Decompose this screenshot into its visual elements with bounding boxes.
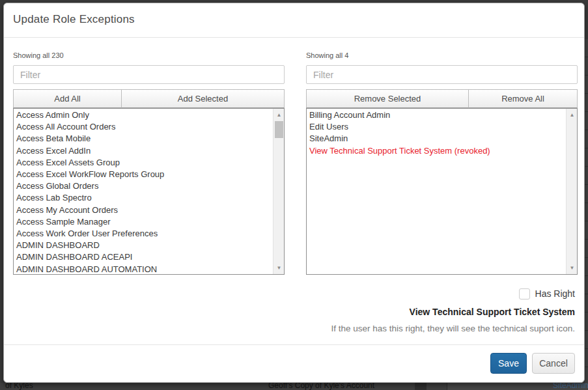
list-item[interactable]: ADMIN DASHBOARD: [14, 240, 273, 251]
list-item[interactable]: Access Work Order User Preferences: [14, 228, 273, 240]
list-item[interactable]: Access My Account Orders: [14, 204, 273, 216]
background-text-left: of Kyles: [5, 383, 33, 390]
assigned-roles-list[interactable]: Billing Account AdminEdit UsersSiteAdmin…: [306, 108, 578, 275]
selected-right-description: If the user has this right, they will se…: [331, 324, 575, 333]
dialog-header: Update Role Exceptions: [4, 3, 584, 38]
scroll-down-icon[interactable]: ▼: [273, 263, 285, 273]
has-right-label: Has Right: [535, 288, 575, 299]
background-divider: [415, 383, 427, 390]
assigned-actions: Remove Selected Remove All: [306, 89, 578, 108]
add-selected-button[interactable]: Add Selected: [122, 89, 285, 108]
list-item[interactable]: Access All Account Orders: [14, 121, 273, 133]
has-right-checkbox[interactable]: [519, 288, 530, 299]
available-actions: Add All Add Selected: [13, 89, 285, 108]
background-page-strip: of Kyles Geoff's Copy of Kyle's Account …: [0, 383, 588, 390]
list-item[interactable]: Edit Users: [307, 121, 566, 133]
update-role-exceptions-dialog: Update Role Exceptions Showing all 230 A…: [3, 3, 585, 383]
remove-selected-button[interactable]: Remove Selected: [306, 89, 469, 108]
assigned-list-scrollbar[interactable]: ▲ ▼: [566, 109, 577, 274]
selected-right-name: View Technical Support Ticket System: [410, 307, 575, 317]
available-roles-list[interactable]: Access Admin OnlyAccess All Account Orde…: [13, 108, 285, 275]
dialog-title: Update Role Exceptions: [13, 13, 135, 26]
list-item[interactable]: Access Sample Manager: [14, 216, 273, 228]
background-table-cell: SiteAdmin: [447, 383, 588, 390]
list-item[interactable]: Access Excel AddIn: [14, 145, 273, 157]
has-right-row: Has Right: [519, 288, 575, 299]
list-item[interactable]: Access Admin Only: [14, 109, 273, 121]
scroll-down-icon[interactable]: ▼: [567, 263, 578, 273]
list-item[interactable]: ADMIN DASHBOARD AUTOMATION: [14, 264, 273, 274]
background-text-center: Geoff's Copy of Kyle's Account: [268, 383, 374, 390]
remove-all-button[interactable]: Remove All: [469, 89, 578, 108]
available-filter-input[interactable]: [13, 65, 285, 84]
cancel-button[interactable]: Cancel: [532, 353, 575, 374]
save-button[interactable]: Save: [490, 353, 527, 374]
list-item[interactable]: Access Excel Assets Group: [14, 157, 273, 169]
available-list-scrollbar[interactable]: ▲ ▼: [273, 109, 284, 274]
list-item[interactable]: Access Excel WorkFlow Reports Group: [14, 169, 273, 180]
scrollbar-thumb[interactable]: [275, 121, 283, 138]
add-all-button[interactable]: Add All: [13, 89, 122, 108]
list-item[interactable]: SiteAdmin: [307, 133, 566, 145]
dialog-footer: Save Cancel: [4, 344, 584, 382]
list-item[interactable]: Access Beta Mobile: [14, 133, 273, 145]
list-item[interactable]: Billing Account Admin: [307, 109, 566, 121]
background-table-rows: [585, 39, 588, 383]
list-item[interactable]: Access Lab Spectro: [14, 192, 273, 204]
list-item[interactable]: View Technical Support Ticket System (re…: [307, 145, 566, 157]
list-item[interactable]: Access Global Orders: [14, 180, 273, 192]
scroll-up-icon[interactable]: ▲: [567, 110, 578, 120]
assigned-filter-input[interactable]: [306, 65, 578, 84]
list-item[interactable]: ADMIN DASHBOARD ACEAPI: [14, 251, 273, 263]
scroll-up-icon[interactable]: ▲: [273, 110, 285, 120]
available-count-label: Showing all 230: [13, 51, 64, 59]
assigned-count-label: Showing all 4: [306, 51, 348, 59]
background-text-siteadmin: SiteAdmin: [553, 383, 588, 390]
